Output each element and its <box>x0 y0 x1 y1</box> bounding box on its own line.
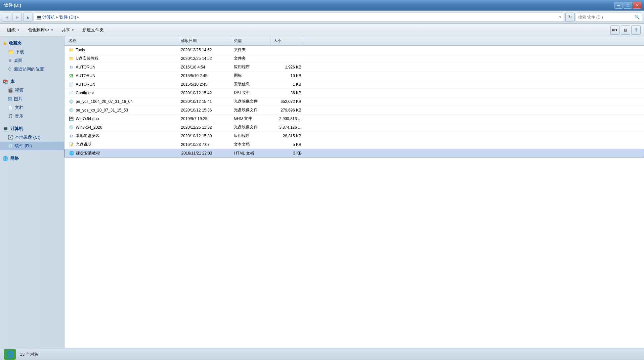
file-type: 光盘映像文件 <box>231 99 271 104</box>
file-name: 光盘说明 <box>76 142 92 147</box>
network-label: 网络 <box>10 156 19 161</box>
library-section: 📚 库 🎬 视频 🖼 图片 📄 文档 🎵 音乐 <box>0 77 64 120</box>
status-logo: 🌀 <box>4 349 16 360</box>
file-size: 1,926 KB <box>271 65 304 69</box>
file-icon: 💿 <box>68 108 74 113</box>
file-icon: 🌐 <box>69 151 74 156</box>
table-row[interactable]: 💿 pe_yqs_1064_20_07_31_16_04 2020/10/12 … <box>64 97 644 106</box>
table-row[interactable]: 📁 U盘安装教程 2020/12/25 14:52 文件夹 <box>64 54 644 63</box>
file-date: 2020/10/12 15:41 <box>178 99 231 104</box>
help-button[interactable]: ? <box>631 25 641 35</box>
search-icon[interactable]: 🔍 <box>634 15 640 20</box>
favorites-header[interactable]: ★ 收藏夹 <box>0 39 64 48</box>
col-header-date[interactable]: 修改日期 <box>178 36 231 45</box>
close-button[interactable]: ✕ <box>633 2 641 9</box>
file-type: 应用程序 <box>231 64 271 70</box>
window-title: 软件 (D:) <box>3 2 21 8</box>
library-icon: 📚 <box>3 79 8 84</box>
table-row[interactable]: ⚙ 本地硬盘安装 2020/10/12 15:30 应用程序 28,315 KB <box>64 132 644 140</box>
view-chevron: ▼ <box>615 28 618 32</box>
titlebar: 软件 (D:) ─ □ ✕ <box>0 0 644 11</box>
file-date: 2020/12/25 14:52 <box>178 48 231 52</box>
file-date: 2015/5/10 2:45 <box>178 82 231 87</box>
file-icon: 📄 <box>68 82 74 87</box>
sidebar-item-music[interactable]: 🎵 音乐 <box>0 112 64 120</box>
view-button[interactable]: ⊞ ▼ <box>610 25 620 35</box>
file-type: 安装信息 <box>231 81 271 87</box>
file-name: U盘安装教程 <box>76 56 99 61</box>
col-header-size[interactable]: 大小 <box>271 36 304 45</box>
sidebar-item-local-c[interactable]: 💽 本地磁盘 (C:) <box>0 133 64 142</box>
file-icon: 💾 <box>68 116 74 121</box>
recent-label: 最近访问的位置 <box>14 66 44 72</box>
table-row[interactable]: 📝 光盘说明 2016/10/23 7:07 文本文档 5 KB <box>64 140 644 149</box>
file-icon: 📝 <box>68 142 74 147</box>
file-icon: 📄 <box>68 90 74 96</box>
maximize-button[interactable]: □ <box>623 2 632 9</box>
desktop-icon: 🖥 <box>8 58 12 63</box>
sidebar-item-desktop[interactable]: 🖥 桌面 <box>0 56 64 65</box>
network-section: 🌐 网络 <box>0 154 64 163</box>
file-name: pe_yqs_xp_20_07_31_15_53 <box>76 108 128 112</box>
computer-label: 计算机 <box>10 126 23 132</box>
file-icon: ⚙ <box>68 65 74 70</box>
table-row[interactable]: 📄 AUTORUN 2015/5/10 2:45 安装信息 1 KB <box>64 80 644 89</box>
table-row[interactable]: 🌐 硬盘安装教程 2016/11/21 22:03 HTML 文档 3 KB <box>64 149 644 158</box>
software-d-label: 软件 (D:) <box>15 143 32 149</box>
file-size: 36 KB <box>271 91 304 95</box>
file-size: 2,900,813 ... <box>271 116 304 121</box>
file-date: 2020/12/25 14:52 <box>178 56 231 61</box>
file-date: 2015/5/10 2:45 <box>178 73 231 78</box>
file-size: 28,315 KB <box>271 134 304 138</box>
share-button[interactable]: 共享 ▼ <box>58 25 78 35</box>
refresh-button[interactable]: ↻ <box>565 13 575 22</box>
address-dropdown-button[interactable]: ▼ <box>559 16 562 19</box>
address-bar[interactable]: 💻 计算机 ▶ 软件 (D:) ▶ ▼ <box>34 13 564 22</box>
table-row[interactable]: 💿 pe_yqs_xp_20_07_31_15_53 2020/10/12 15… <box>64 106 644 114</box>
picture-icon: 🖼 <box>8 97 12 101</box>
local-c-label: 本地磁盘 (C:) <box>15 134 40 140</box>
table-row[interactable]: 💿 Win7x64_2020 2020/12/25 11:32 光盘映像文件 3… <box>64 123 644 132</box>
preview-button[interactable]: ▤ <box>621 25 630 35</box>
navbar: ◀ ▶ ▲ 💻 计算机 ▶ 软件 (D:) ▶ ▼ ↻ 🔍 <box>0 11 644 24</box>
table-row[interactable]: 🖼 AUTORUN 2015/5/10 2:45 图标 10 KB <box>64 71 644 80</box>
sidebar-item-recent[interactable]: ⏱ 最近访问的位置 <box>0 65 64 73</box>
minimize-button[interactable]: ─ <box>614 2 623 9</box>
table-row[interactable]: 💾 Win7x64.gho 2019/9/7 19:25 GHO 文件 2,90… <box>64 114 644 123</box>
search-input[interactable] <box>578 15 633 20</box>
up-button[interactable]: ▲ <box>23 13 32 22</box>
computer-header[interactable]: 💻 计算机 <box>0 124 64 133</box>
col-header-name[interactable]: 名称 <box>66 36 178 45</box>
favorites-section: ★ 收藏夹 📁 下载 🖥 桌面 ⏱ 最近访问的位置 <box>0 39 64 73</box>
library-header[interactable]: 📚 库 <box>0 77 64 86</box>
col-header-type[interactable]: 类型 <box>231 36 271 45</box>
table-row[interactable]: ⚙ AUTORUN 2016/1/8 4:54 应用程序 1,926 KB <box>64 63 644 71</box>
file-type: 文件夹 <box>231 47 271 53</box>
include-library-button[interactable]: 包含到库中 ▼ <box>24 25 57 35</box>
file-name-cell: 💿 pe_yqs_xp_20_07_31_15_53 <box>66 108 178 113</box>
file-name: Win7x64_2020 <box>76 125 102 130</box>
file-name: AUTORUN <box>76 73 95 78</box>
file-icon: 🖼 <box>68 73 74 78</box>
file-size: 3,874,126 ... <box>271 125 304 130</box>
sidebar-item-picture[interactable]: 🖼 图片 <box>0 95 64 103</box>
computer-sidebar-icon: 💻 <box>3 126 8 131</box>
sidebar-item-document[interactable]: 📄 文档 <box>0 103 64 112</box>
sidebar-item-video[interactable]: 🎬 视频 <box>0 86 64 95</box>
file-type: DAT 文件 <box>231 90 271 96</box>
network-header[interactable]: 🌐 网络 <box>0 154 64 163</box>
forward-button[interactable]: ▶ <box>13 13 22 22</box>
file-type: 光盘映像文件 <box>231 107 271 113</box>
organize-button[interactable]: 组织 ▼ <box>3 25 23 35</box>
file-icon: 📁 <box>68 47 74 53</box>
sidebar-item-downloads[interactable]: 📁 下载 <box>0 48 64 56</box>
table-row[interactable]: 📄 Config.dat 2020/10/12 15:42 DAT 文件 36 … <box>64 89 644 97</box>
sidebar-item-software-d[interactable]: 💿 软件 (D:) <box>0 142 64 150</box>
breadcrumb-drive[interactable]: 软件 (D:) <box>59 14 76 20</box>
table-row[interactable]: 📁 Tools 2020/12/25 14:52 文件夹 <box>64 46 644 54</box>
file-name-cell: 📁 U盘安装教程 <box>66 56 178 61</box>
back-button[interactable]: ◀ <box>2 13 11 22</box>
breadcrumb-computer[interactable]: 计算机 <box>42 14 55 20</box>
new-folder-button[interactable]: 新建文件夹 <box>79 25 107 35</box>
toolbar-right: ⊞ ▼ ▤ ? <box>610 25 641 35</box>
